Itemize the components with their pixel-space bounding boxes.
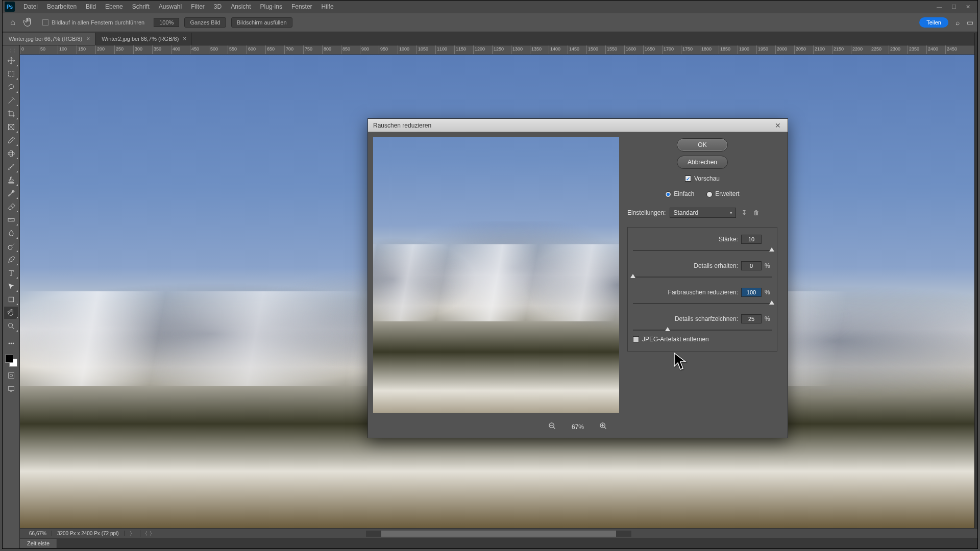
- status-nav-right-icon[interactable]: 〉: [150, 530, 155, 537]
- svg-point-10: [11, 343, 12, 344]
- quickmask-icon[interactable]: [4, 370, 18, 381]
- minimize-icon[interactable]: —: [937, 4, 942, 10]
- preview-zoom-value[interactable]: 67%: [572, 423, 584, 431]
- ruler-tick: 1950: [756, 45, 768, 55]
- document-tab[interactable]: Winter.jpg bei 66,7% (RGB/8) ×: [3, 33, 95, 45]
- hand-tool-icon[interactable]: [4, 307, 18, 319]
- frame-tool-icon[interactable]: [4, 121, 18, 133]
- mode-basic-radio[interactable]: Einfach: [665, 190, 694, 197]
- dodge-tool-icon[interactable]: [4, 240, 18, 253]
- cancel-button[interactable]: Abbrechen: [677, 156, 728, 169]
- stamp-tool-icon[interactable]: [4, 174, 18, 186]
- menu-schrift[interactable]: Schrift: [128, 1, 154, 13]
- menu-bearbeiten[interactable]: Bearbeiten: [42, 1, 81, 13]
- screenmode-icon[interactable]: [4, 383, 18, 394]
- status-nav-left-icon[interactable]: 〈: [142, 530, 148, 537]
- ruler-tick: 2300: [889, 45, 900, 55]
- menu-fenster[interactable]: Fenster: [287, 1, 317, 13]
- dialog-preview[interactable]: [373, 137, 619, 413]
- zoom-level-field[interactable]: 100%: [154, 18, 179, 27]
- color-value-field[interactable]: 100: [741, 288, 762, 297]
- tab-close-icon[interactable]: ×: [86, 35, 90, 42]
- type-tool-icon[interactable]: [4, 267, 18, 279]
- strength-track[interactable]: [633, 250, 772, 251]
- sharpen-track[interactable]: [633, 330, 772, 331]
- ok-button[interactable]: OK: [677, 138, 728, 152]
- lasso-tool-icon[interactable]: [4, 81, 18, 93]
- wand-tool-icon[interactable]: [4, 94, 18, 107]
- timeline-tab[interactable]: Zeitleiste: [20, 539, 57, 548]
- move-tool-icon[interactable]: [4, 55, 18, 67]
- close-window-icon[interactable]: ✕: [966, 4, 970, 10]
- menu-hilfe[interactable]: Hilfe: [317, 1, 338, 13]
- menu-datei[interactable]: Datei: [19, 1, 42, 13]
- history-brush-tool-icon[interactable]: [4, 187, 18, 199]
- ruler-tick: 350: [152, 45, 161, 55]
- save-preset-icon[interactable]: ↧: [740, 209, 748, 217]
- gradient-tool-icon[interactable]: [4, 214, 18, 226]
- search-icon[interactable]: ⌕: [955, 18, 960, 27]
- ruler-tick: 750: [303, 45, 312, 55]
- strength-value-field[interactable]: 10: [741, 235, 762, 244]
- zoom-out-icon[interactable]: [548, 422, 556, 432]
- blur-tool-icon[interactable]: [4, 227, 18, 239]
- dialog-close-icon[interactable]: ✕: [773, 121, 782, 130]
- preserve-track[interactable]: [633, 277, 772, 278]
- settings-dropdown[interactable]: Standard ▾: [670, 208, 736, 218]
- ruler-tick: 1300: [511, 45, 523, 55]
- status-zoom[interactable]: 66,67%: [24, 531, 52, 536]
- maximize-icon[interactable]: ☐: [951, 4, 957, 10]
- crop-tool-icon[interactable]: [4, 108, 18, 120]
- jpeg-artifact-checkbox[interactable]: ✓: [633, 336, 639, 342]
- horizontal-scrollbar[interactable]: [366, 531, 631, 537]
- jpeg-artifact-checkbox-row[interactable]: ✓ JPEG-Artefakt entfernen: [633, 336, 772, 343]
- fit-screen-button[interactable]: Ganzes Bild: [184, 17, 226, 28]
- eraser-tool-icon[interactable]: [4, 201, 18, 213]
- document-tab[interactable]: Winter2.jpg bei 66,7% (RGB/8) ×: [95, 33, 192, 45]
- eyedropper-tool-icon[interactable]: [4, 134, 18, 146]
- preview-checkbox[interactable]: ✓: [685, 176, 691, 182]
- menu-ansicht[interactable]: Ansicht: [226, 1, 255, 13]
- menu-3d[interactable]: 3D: [209, 1, 226, 13]
- shape-tool-icon[interactable]: [4, 293, 18, 306]
- menu-plug-ins[interactable]: Plug-ins: [256, 1, 287, 13]
- svg-rect-14: [8, 386, 14, 390]
- brush-tool-icon[interactable]: [4, 161, 18, 173]
- toolbox-collapse-icon[interactable]: 〈〈: [4, 47, 19, 54]
- edit-toolbar-icon[interactable]: [4, 337, 18, 349]
- menu-filter[interactable]: Filter: [186, 1, 209, 13]
- preview-checkbox-row[interactable]: ✓ Vorschau: [685, 175, 720, 182]
- scroll-all-checkbox[interactable]: [42, 19, 48, 26]
- mode-advanced-radio[interactable]: Erweitert: [706, 190, 739, 197]
- status-docinfo[interactable]: 3200 Px x 2400 Px (72 ppi): [52, 531, 125, 536]
- path-tool-icon[interactable]: [4, 280, 18, 292]
- ruler-tick: 1400: [549, 45, 560, 55]
- tab-close-icon[interactable]: ×: [183, 35, 186, 42]
- menu-ebene[interactable]: Ebene: [101, 1, 128, 13]
- svg-point-6: [8, 245, 12, 249]
- ruler-tick: 250: [114, 45, 124, 55]
- marquee-tool-icon[interactable]: [4, 68, 18, 80]
- color-swatches[interactable]: [4, 354, 18, 368]
- right-panel-strip[interactable]: [974, 33, 977, 528]
- preserve-value-field[interactable]: 0: [741, 261, 762, 270]
- workspace-icon[interactable]: ▭: [967, 18, 973, 27]
- foreground-color-swatch[interactable]: [5, 355, 13, 363]
- color-track[interactable]: [633, 303, 772, 304]
- delete-preset-icon[interactable]: 🗑: [752, 209, 761, 217]
- status-arrow-icon[interactable]: 〉: [125, 530, 140, 537]
- hand-tool-icon[interactable]: [22, 16, 34, 29]
- share-button[interactable]: Teilen: [919, 17, 948, 28]
- healing-tool-icon[interactable]: [4, 147, 18, 160]
- zoom-tool-icon[interactable]: [4, 320, 18, 332]
- menu-auswahl[interactable]: Auswahl: [154, 1, 186, 13]
- fill-screen-button[interactable]: Bildschirm ausfüllen: [231, 17, 292, 28]
- dialog-titlebar[interactable]: Rauschen reduzieren ✕: [368, 119, 788, 132]
- ruler-tick: 2000: [775, 45, 787, 55]
- home-icon[interactable]: ⌂: [7, 16, 19, 29]
- menu-bild[interactable]: Bild: [81, 1, 101, 13]
- sharpen-details-slider: Details scharfzeichnen: 25 %: [633, 314, 772, 331]
- sharpen-value-field[interactable]: 25: [741, 314, 762, 323]
- pen-tool-icon[interactable]: [4, 254, 18, 266]
- zoom-in-icon[interactable]: [599, 422, 607, 432]
